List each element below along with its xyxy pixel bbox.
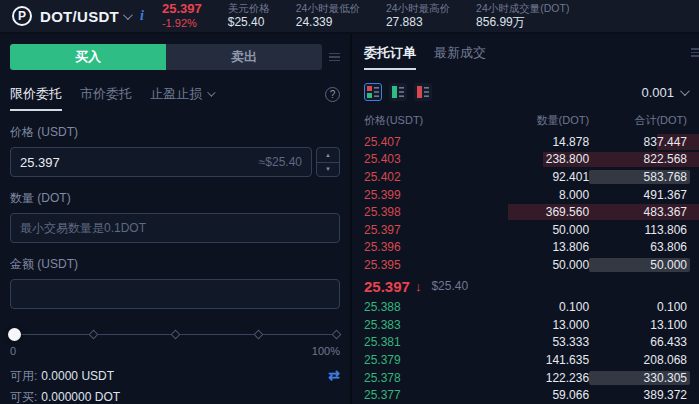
bid-price: 25.378 bbox=[364, 371, 467, 385]
book-view-switcher bbox=[364, 83, 432, 101]
slider-mark-75[interactable] bbox=[253, 330, 263, 340]
price-stepper: ▲ ▼ bbox=[316, 147, 340, 177]
stat-24h-low: 24小时最低价 24.339 bbox=[296, 2, 360, 30]
price-down-arrow-icon: ↓ bbox=[415, 279, 422, 294]
transfer-icon[interactable]: ⇄ bbox=[328, 365, 340, 386]
tab-limit-order[interactable]: 限价委托 bbox=[10, 85, 62, 103]
last-price: 25.397 bbox=[162, 2, 202, 17]
orderbook-row-ask[interactable]: 25.39613.80663.806 bbox=[352, 239, 699, 257]
orderbook-row-bid[interactable]: 25.3880.1000.100 bbox=[352, 298, 699, 316]
asks-list: 25.40714.878837.44725.403238.800822.5682… bbox=[352, 133, 699, 274]
amount-slider[interactable] bbox=[10, 329, 340, 341]
bid-price: 25.377 bbox=[364, 388, 467, 402]
orderbook-row-bid[interactable]: 25.38313.00013.100 bbox=[352, 316, 699, 334]
bid-price: 25.383 bbox=[364, 318, 467, 332]
ask-price: 25.403 bbox=[364, 152, 467, 166]
orderbook-row-bid[interactable]: 25.37759.066389.372 bbox=[352, 386, 699, 404]
exchange-logo-icon: P bbox=[12, 6, 32, 26]
price-input[interactable]: 25.397 ≈$25.40 bbox=[10, 147, 312, 177]
tab-open-orders-book[interactable]: 委托订单 bbox=[364, 44, 416, 62]
ask-quantity: 238.800 bbox=[467, 152, 589, 166]
bid-quantity: 141.635 bbox=[467, 353, 589, 367]
bid-total: 13.100 bbox=[589, 318, 687, 332]
slider-labels: 0 100% bbox=[10, 345, 340, 357]
sell-tab[interactable]: 卖出 bbox=[166, 44, 322, 70]
price-field-label: 价格 (USDT) bbox=[10, 124, 340, 141]
orderbook-controls: 0.001 bbox=[352, 83, 699, 101]
stat-24h-volume: 24小时成交量(DOT) 856.99万 bbox=[476, 2, 569, 30]
pair-selector[interactable]: DOT/USDT bbox=[40, 8, 130, 25]
tick-size-dropdown[interactable]: 0.001 bbox=[641, 85, 687, 100]
total-input[interactable] bbox=[10, 279, 340, 309]
stat-usd-price: 美元价格 $25.40 bbox=[228, 2, 270, 30]
slider-handle[interactable] bbox=[8, 328, 21, 341]
orderbook-row-ask[interactable]: 25.3998.000491.367 bbox=[352, 186, 699, 204]
tab-tp-sl-order[interactable]: 止盈止损 bbox=[150, 85, 213, 103]
tab-recent-trades[interactable]: 最新成交 bbox=[434, 44, 486, 62]
ask-quantity: 50.000 bbox=[467, 258, 589, 272]
ask-total: 50.000 bbox=[589, 258, 690, 272]
available-label: 可用: bbox=[10, 367, 37, 385]
bids-list: 25.3880.1000.10025.38313.00013.10025.381… bbox=[352, 298, 699, 404]
header: P DOT/USDT i 25.397 -1.92% 美元价格 $25.40 2… bbox=[0, 0, 699, 34]
can-buy-label: 可买: bbox=[10, 388, 37, 404]
orderbook-row-ask[interactable]: 25.39550.00050.000 bbox=[352, 256, 699, 274]
orderbook-row-ask[interactable]: 25.403238.800822.568 bbox=[352, 151, 699, 169]
ask-price: 25.396 bbox=[364, 240, 467, 254]
orderbook-row-bid[interactable]: 25.38153.33366.433 bbox=[352, 334, 699, 352]
mid-price-usd: $25.40 bbox=[431, 279, 468, 293]
bid-quantity: 122.236 bbox=[467, 371, 589, 385]
bid-price: 25.381 bbox=[364, 335, 467, 349]
orderbook-row-ask[interactable]: 25.39750.000113.806 bbox=[352, 221, 699, 239]
mid-price-row[interactable]: 25.397 ↓ $25.40 bbox=[352, 274, 699, 299]
bid-total: 66.433 bbox=[589, 335, 687, 349]
book-view-asks-icon[interactable] bbox=[414, 83, 432, 101]
order-type-tabs: 限价委托 市价委托 止盈止损 ? bbox=[10, 85, 340, 111]
help-icon[interactable]: ? bbox=[325, 87, 340, 102]
orderbook-column-headers: 价格(USDT) 数量(DOT) 合计(DOT) bbox=[352, 113, 699, 128]
slider-max-label: 100% bbox=[312, 345, 340, 357]
panel-drag-handle-icon[interactable] bbox=[691, 48, 699, 57]
price-step-up-button[interactable]: ▲ bbox=[317, 148, 339, 163]
ask-quantity: 369.560 bbox=[467, 205, 589, 219]
qty-input-placeholder: 最小交易数量是0.1DOT bbox=[20, 220, 146, 237]
ask-price: 25.398 bbox=[364, 205, 467, 219]
orderbook-row-bid[interactable]: 25.379141.635208.068 bbox=[352, 351, 699, 369]
chevron-down-icon bbox=[207, 88, 215, 96]
bid-quantity: 53.333 bbox=[467, 335, 589, 349]
ask-quantity: 92.401 bbox=[467, 170, 589, 184]
bid-price: 25.379 bbox=[364, 353, 467, 367]
slider-mark-100[interactable] bbox=[332, 330, 342, 340]
chevron-down-icon bbox=[123, 10, 133, 20]
tab-market-order[interactable]: 市价委托 bbox=[80, 85, 132, 103]
mid-price: 25.397 bbox=[364, 278, 410, 295]
ask-total: 583.768 bbox=[589, 170, 690, 184]
bid-total: 389.372 bbox=[589, 388, 687, 402]
slider-mark-50[interactable] bbox=[171, 330, 181, 340]
bid-total: 330.305 bbox=[589, 371, 690, 385]
ask-total: 822.568 bbox=[589, 152, 687, 166]
ask-total: 837.447 bbox=[589, 135, 687, 149]
trade-panel: 买入 卖出 限价委托 市价委托 止盈止损 ? 价格 (USDT) bbox=[0, 34, 350, 404]
book-view-bids-icon[interactable] bbox=[389, 83, 407, 101]
chevron-down-icon bbox=[680, 86, 690, 96]
book-view-both-icon[interactable] bbox=[364, 83, 382, 101]
ask-price: 25.407 bbox=[364, 135, 467, 149]
slider-mark-25[interactable] bbox=[88, 330, 98, 340]
orderbook-row-ask[interactable]: 25.398369.560483.367 bbox=[352, 203, 699, 221]
can-buy-row: 可买: 0.000000 DOT bbox=[10, 388, 340, 404]
ask-total: 491.367 bbox=[589, 188, 687, 202]
bid-quantity: 0.100 bbox=[467, 300, 589, 314]
orderbook-row-ask[interactable]: 25.40714.878837.447 bbox=[352, 133, 699, 151]
orderbook-row-ask[interactable]: 25.40292.401583.768 bbox=[352, 168, 699, 186]
trading-app: P DOT/USDT i 25.397 -1.92% 美元价格 $25.40 2… bbox=[0, 0, 699, 404]
ask-quantity: 14.878 bbox=[467, 135, 589, 149]
price-step-down-button[interactable]: ▼ bbox=[317, 163, 339, 177]
buy-tab[interactable]: 买入 bbox=[10, 44, 166, 70]
orderbook-row-bid[interactable]: 25.378122.236330.305 bbox=[352, 369, 699, 387]
qty-input[interactable]: 最小交易数量是0.1DOT bbox=[10, 213, 340, 243]
info-icon[interactable]: i bbox=[140, 8, 144, 24]
panel-drag-handle-icon[interactable] bbox=[329, 53, 340, 62]
price-approx-usd: ≈$25.40 bbox=[259, 155, 302, 169]
ask-quantity: 13.806 bbox=[467, 240, 589, 254]
